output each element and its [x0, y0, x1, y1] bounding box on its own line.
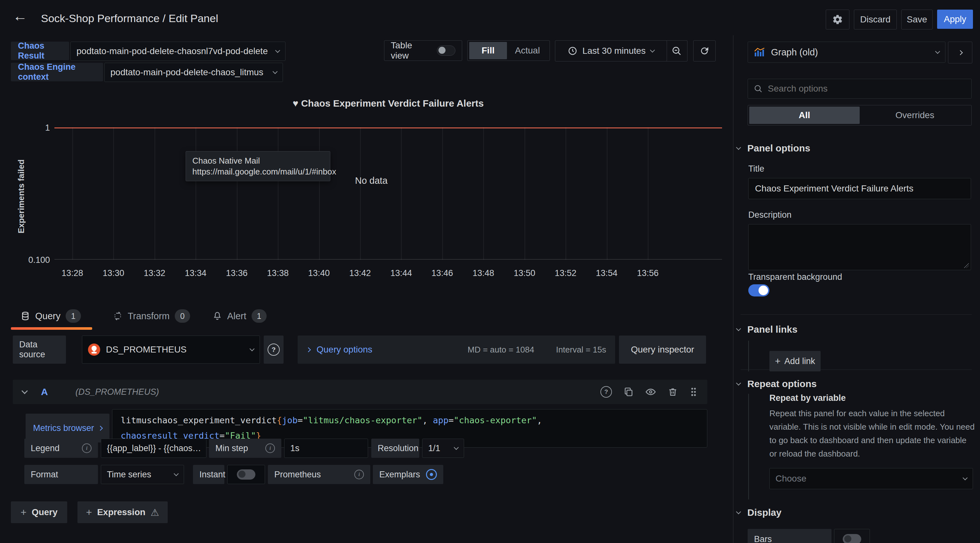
active-tab-underline	[11, 327, 92, 330]
repeat-by-variable-label: Repeat by variable	[769, 393, 846, 403]
filter-overrides-tab[interactable]: Overrides	[860, 107, 970, 124]
display-section-header[interactable]: Display	[737, 507, 781, 518]
format-select[interactable]: Time series	[101, 465, 184, 484]
min-step-label: Min stepi	[209, 439, 281, 458]
refresh-icon	[699, 46, 710, 56]
add-link-button[interactable]: + Add link	[769, 351, 821, 371]
search-options-field[interactable]	[748, 79, 972, 99]
x-tick-label: 13:38	[259, 268, 297, 278]
bars-option-label: Bars	[748, 529, 832, 543]
fill-actual-segmented: Fill Actual	[467, 40, 550, 61]
section-indent-line	[748, 341, 749, 371]
x-tick-label: 13:54	[588, 268, 626, 278]
x-tick-label: 13:50	[505, 268, 544, 278]
min-step-input[interactable]: 1s	[284, 439, 368, 458]
tooltip-link[interactable]: https://mail.google.com/mail/u/1/#inbox	[192, 166, 324, 177]
eye-icon[interactable]	[645, 387, 656, 397]
plus-icon: +	[21, 506, 27, 518]
promql-token: "litmus/chaos-exporter"	[303, 415, 422, 425]
trash-icon[interactable]	[668, 387, 678, 397]
query-ref-id: A	[41, 387, 48, 397]
legend-format-input[interactable]: {{app_label}} - {{chaos…	[101, 439, 207, 458]
variable-label-chaos-engine-context: Chaos Engine context	[11, 63, 103, 81]
annotation-tooltip: Chaos Native Mail https://mail.google.co…	[186, 151, 330, 181]
add-query-button[interactable]: + Query	[11, 502, 67, 523]
datasource-help-button[interactable]: ?	[264, 336, 283, 364]
actual-option[interactable]: Actual	[507, 42, 548, 59]
gridline	[278, 127, 278, 260]
gridline	[113, 127, 114, 260]
promql-token: litmuschaos_experiment_verdict	[121, 415, 277, 425]
fill-option[interactable]: Fill	[469, 42, 507, 59]
x-tick-label: 13:46	[423, 268, 461, 278]
options-filter-segmented: All Overrides	[748, 105, 972, 126]
warning-icon: ⚠	[150, 507, 159, 518]
exemplars-eye-icon[interactable]	[426, 469, 437, 480]
tab-transform[interactable]: Transform 0	[113, 309, 190, 323]
title-field[interactable]	[748, 178, 971, 199]
transparent-background-toggle[interactable]	[748, 284, 769, 296]
repeat-options-section-header[interactable]: Repeat options	[737, 379, 817, 389]
query-inspector-button[interactable]: Query inspector	[619, 336, 706, 364]
gridline	[401, 127, 402, 260]
visualization-picker[interactable]: Graph (old)	[748, 41, 945, 63]
promql-token: ,	[537, 415, 542, 425]
chevron-down-icon	[736, 145, 741, 150]
duplicate-icon[interactable]	[624, 387, 634, 397]
chart-plot-area[interactable]	[54, 127, 722, 260]
info-icon: i	[354, 470, 364, 479]
datasource-label: Data source	[13, 336, 66, 364]
panel-links-section-header[interactable]: Panel links	[737, 324, 797, 335]
chevron-down-icon	[250, 346, 255, 351]
variable-select-chaos-engine-context[interactable]: podtato-main-pod-delete-chaos_litmus	[104, 63, 283, 82]
collapse-chevron-icon	[21, 388, 28, 394]
resize-handle[interactable]	[964, 263, 969, 268]
variable-select-chaos-result[interactable]: podtato-main-pod-delete-chaosnl7vd-pod-d…	[70, 41, 285, 61]
tab-query[interactable]: Query 1	[11, 309, 91, 323]
table-view-label: Table view	[391, 40, 431, 61]
tab-alert[interactable]: Alert 1	[213, 309, 267, 323]
refresh-button[interactable]	[693, 40, 716, 62]
x-tick-label: 13:28	[53, 268, 92, 278]
promql-token: {	[277, 415, 282, 425]
gridline	[319, 127, 320, 260]
tab-alert-count: 1	[251, 309, 267, 323]
datasource-picker[interactable]: DS_PROMETHEUS	[82, 336, 260, 364]
chevron-down-icon	[273, 69, 278, 74]
query-options-bar[interactable]: Query options MD = auto = 1084 Interval …	[298, 336, 615, 364]
drag-handle-icon[interactable]	[689, 387, 698, 397]
add-expression-button[interactable]: + Expression ⚠	[78, 502, 168, 523]
bars-toggle[interactable]	[843, 534, 861, 543]
panel-settings-button[interactable]	[826, 10, 850, 29]
save-button[interactable]: Save	[901, 10, 932, 29]
repeat-variable-select[interactable]: Choose	[769, 468, 973, 489]
promql-token: job	[282, 415, 298, 425]
panel-title-input[interactable]	[748, 178, 971, 199]
panel-description-textarea[interactable]	[748, 224, 971, 270]
query-row-header[interactable]: A (DS_PROMETHEUS) ?	[13, 380, 707, 404]
query-help-icon[interactable]: ?	[600, 386, 612, 398]
back-button[interactable]: ←	[13, 6, 27, 25]
chevron-right-icon	[98, 425, 103, 431]
collapse-options-pane-button[interactable]	[948, 41, 972, 64]
metrics-browser-button[interactable]: Metrics browser	[25, 414, 110, 443]
chevron-down-icon	[650, 48, 655, 53]
discard-button[interactable]: Discard	[854, 10, 897, 29]
apply-button[interactable]: Apply	[937, 10, 973, 29]
transparent-background-label: Transparent background	[748, 272, 842, 282]
panel-options-section-header[interactable]: Panel options	[737, 143, 810, 154]
time-range-picker[interactable]: Last 30 minutes	[555, 40, 667, 62]
resolution-select[interactable]: 1/1	[422, 439, 464, 458]
question-circle-icon: ?	[267, 344, 280, 356]
variable-value: podtato-main-pod-delete-chaos_litmus	[110, 67, 273, 78]
legend-label: Legendi	[24, 439, 98, 458]
instant-toggle[interactable]	[237, 469, 255, 479]
bell-icon	[213, 311, 222, 321]
database-icon	[21, 311, 30, 321]
table-view-toggle[interactable]	[437, 45, 455, 56]
promql-token: =	[449, 415, 453, 425]
search-input[interactable]	[768, 79, 966, 98]
filter-all-tab[interactable]: All	[749, 107, 860, 124]
grafana-edit-panel: ← Sock-Shop Performance / Edit Panel Dis…	[0, 0, 980, 543]
zoom-out-button[interactable]	[666, 40, 687, 62]
